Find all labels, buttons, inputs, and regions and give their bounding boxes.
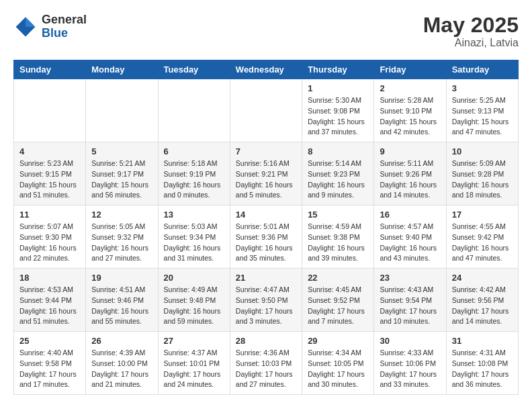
calendar-table: SundayMondayTuesdayWednesdayThursdayFrid… — [13, 60, 519, 395]
day-info: Daylight: 17 hours and 33 minutes. — [380, 369, 440, 391]
calendar-cell: 29Sunrise: 4:34 AMSunset: 10:05 PMDaylig… — [302, 332, 374, 395]
calendar-cell — [14, 79, 86, 142]
day-info: Sunrise: 4:55 AM — [452, 222, 513, 232]
day-number: 15 — [308, 210, 368, 220]
day-info: Sunrise: 4:53 AM — [19, 285, 80, 295]
day-info: Sunrise: 4:33 AM — [380, 348, 440, 359]
calendar-cell: 13Sunrise: 5:03 AMSunset: 9:34 PMDayligh… — [158, 205, 230, 269]
day-info: Sunrise: 5:01 AM — [236, 222, 296, 232]
day-number: 19 — [91, 273, 152, 283]
day-info: Sunrise: 5:07 AM — [19, 222, 80, 232]
calendar-cell: 14Sunrise: 5:01 AMSunset: 9:36 PMDayligh… — [230, 205, 302, 269]
day-info: Sunset: 9:15 PM — [19, 169, 80, 180]
calendar-subtitle: Ainazi, Latvia — [423, 37, 519, 49]
day-number: 21 — [236, 273, 296, 283]
day-info: Sunrise: 4:59 AM — [308, 222, 368, 232]
day-info: Sunrise: 5:28 AM — [380, 95, 440, 106]
calendar-cell: 9Sunrise: 5:11 AMSunset: 9:26 PMDaylight… — [374, 142, 446, 205]
calendar-cell: 15Sunrise: 4:59 AMSunset: 9:38 PMDayligh… — [302, 205, 374, 269]
weekday-header-tuesday: Tuesday — [158, 60, 230, 79]
calendar-cell: 8Sunrise: 5:14 AMSunset: 9:23 PMDaylight… — [302, 142, 374, 205]
calendar-cell: 1Sunrise: 5:30 AMSunset: 9:08 PMDaylight… — [302, 79, 374, 142]
day-info: Sunrise: 4:40 AM — [19, 348, 80, 359]
calendar-cell: 22Sunrise: 4:45 AMSunset: 9:52 PMDayligh… — [302, 269, 374, 332]
calendar-cell — [86, 79, 158, 142]
calendar-cell: 23Sunrise: 4:43 AMSunset: 9:54 PMDayligh… — [374, 269, 446, 332]
day-number: 14 — [236, 210, 296, 220]
day-info: Daylight: 15 hours and 37 minutes. — [308, 117, 368, 138]
day-info: Sunrise: 5:23 AM — [19, 158, 80, 169]
day-number: 12 — [91, 210, 152, 220]
day-info: Sunset: 9:48 PM — [164, 295, 224, 306]
day-info: Sunset: 9:56 PM — [452, 295, 513, 306]
week-row-5: 25Sunrise: 4:40 AMSunset: 9:58 PMDayligh… — [14, 332, 519, 395]
calendar-cell: 24Sunrise: 4:42 AMSunset: 9:56 PMDayligh… — [446, 269, 518, 332]
calendar-cell: 28Sunrise: 4:36 AMSunset: 10:03 PMDaylig… — [230, 332, 302, 395]
day-number: 27 — [164, 336, 224, 346]
day-info: Daylight: 16 hours and 59 minutes. — [164, 306, 224, 328]
day-info: Daylight: 16 hours and 5 minutes. — [236, 180, 296, 201]
day-info: Daylight: 17 hours and 21 minutes. — [91, 369, 152, 391]
calendar-cell: 6Sunrise: 5:18 AMSunset: 9:19 PMDaylight… — [158, 142, 230, 205]
weekday-header-wednesday: Wednesday — [230, 60, 302, 79]
day-number: 23 — [380, 273, 440, 283]
day-info: Sunset: 10:06 PM — [380, 359, 440, 369]
calendar-cell: 11Sunrise: 5:07 AMSunset: 9:30 PMDayligh… — [14, 205, 86, 269]
day-info: Sunrise: 4:49 AM — [164, 285, 224, 295]
calendar-cell: 31Sunrise: 4:31 AMSunset: 10:08 PMDaylig… — [446, 332, 518, 395]
day-info: Sunset: 9:58 PM — [19, 359, 80, 369]
day-number: 9 — [380, 146, 440, 156]
day-info: Daylight: 16 hours and 14 minutes. — [380, 180, 440, 201]
day-info: Sunset: 9:42 PM — [452, 232, 513, 243]
day-info: Daylight: 17 hours and 10 minutes. — [380, 306, 440, 328]
day-number: 20 — [164, 273, 224, 283]
day-info: Sunset: 9:13 PM — [452, 106, 513, 117]
day-number: 4 — [19, 146, 80, 156]
day-info: Sunrise: 4:43 AM — [380, 285, 440, 295]
day-info: Sunset: 9:21 PM — [236, 169, 296, 180]
day-info: Daylight: 17 hours and 30 minutes. — [308, 369, 368, 391]
day-info: Sunset: 9:36 PM — [236, 232, 296, 243]
calendar-cell: 21Sunrise: 4:47 AMSunset: 9:50 PMDayligh… — [230, 269, 302, 332]
calendar-cell: 30Sunrise: 4:33 AMSunset: 10:06 PMDaylig… — [374, 332, 446, 395]
day-info: Sunrise: 4:42 AM — [452, 285, 513, 295]
day-number: 7 — [236, 146, 296, 156]
day-number: 18 — [19, 273, 80, 283]
day-number: 25 — [19, 336, 80, 346]
calendar-cell: 2Sunrise: 5:28 AMSunset: 9:10 PMDaylight… — [374, 79, 446, 142]
calendar-cell: 16Sunrise: 4:57 AMSunset: 9:40 PMDayligh… — [374, 205, 446, 269]
day-info: Daylight: 17 hours and 36 minutes. — [452, 369, 513, 391]
page-header: General Blue May 2025 Ainazi, Latvia — [13, 13, 519, 49]
title-block: May 2025 Ainazi, Latvia — [423, 13, 519, 49]
calendar-cell: 12Sunrise: 5:05 AMSunset: 9:32 PMDayligh… — [86, 205, 158, 269]
day-info: Sunrise: 4:45 AM — [308, 285, 368, 295]
day-number: 6 — [164, 146, 224, 156]
day-info: Sunrise: 5:05 AM — [91, 222, 152, 232]
weekday-header-row: SundayMondayTuesdayWednesdayThursdayFrid… — [14, 60, 519, 79]
day-number: 31 — [452, 336, 513, 346]
day-info: Sunset: 9:28 PM — [452, 169, 513, 180]
day-info: Sunset: 9:30 PM — [19, 232, 80, 243]
day-info: Daylight: 17 hours and 27 minutes. — [236, 369, 296, 391]
calendar-cell: 18Sunrise: 4:53 AMSunset: 9:44 PMDayligh… — [14, 269, 86, 332]
day-number: 5 — [91, 146, 152, 156]
day-info: Sunrise: 5:16 AM — [236, 158, 296, 169]
day-info: Sunset: 9:50 PM — [236, 295, 296, 306]
day-info: Sunrise: 4:47 AM — [236, 285, 296, 295]
day-info: Daylight: 16 hours and 51 minutes. — [19, 306, 80, 328]
weekday-header-saturday: Saturday — [446, 60, 518, 79]
calendar-cell: 10Sunrise: 5:09 AMSunset: 9:28 PMDayligh… — [446, 142, 518, 205]
calendar-cell: 7Sunrise: 5:16 AMSunset: 9:21 PMDaylight… — [230, 142, 302, 205]
day-info: Sunset: 9:10 PM — [380, 106, 440, 117]
day-info: Daylight: 16 hours and 35 minutes. — [236, 243, 296, 265]
day-info: Sunrise: 5:11 AM — [380, 158, 440, 169]
day-info: Daylight: 17 hours and 17 minutes. — [19, 369, 80, 391]
day-info: Daylight: 16 hours and 43 minutes. — [380, 243, 440, 265]
day-info: Sunset: 10:01 PM — [164, 359, 224, 369]
day-info: Sunset: 10:00 PM — [91, 359, 152, 369]
day-info: Sunset: 9:52 PM — [308, 295, 368, 306]
day-info: Sunset: 9:40 PM — [380, 232, 440, 243]
day-info: Daylight: 15 hours and 47 minutes. — [452, 117, 513, 138]
day-number: 29 — [308, 336, 368, 346]
day-number: 1 — [308, 83, 368, 93]
